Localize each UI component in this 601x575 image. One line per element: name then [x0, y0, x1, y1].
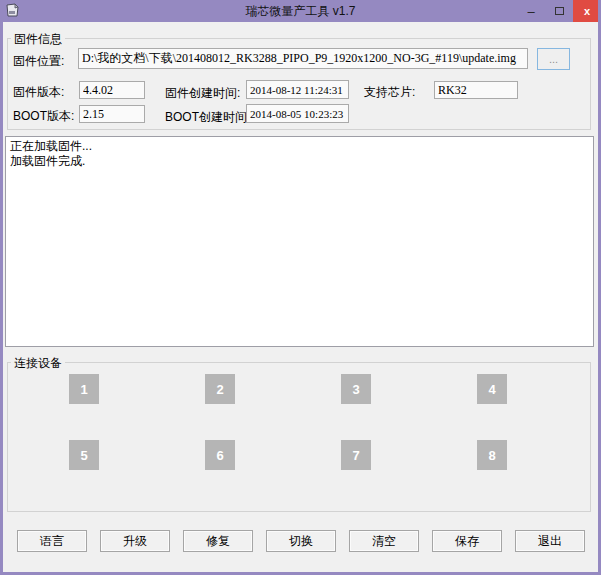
- device-slot-1: 1: [69, 374, 99, 404]
- exit-button[interactable]: 退出: [515, 530, 585, 552]
- device-slot-8: 8: [477, 440, 507, 470]
- device-slot-7: 7: [341, 440, 371, 470]
- maximize-icon: [555, 7, 564, 15]
- firmware-created-field[interactable]: [246, 80, 349, 99]
- switch-button[interactable]: 切换: [266, 530, 336, 552]
- log-line: 正在加载固件...: [10, 139, 589, 154]
- upgrade-button[interactable]: 升级: [100, 530, 170, 552]
- firmware-version-field[interactable]: [79, 81, 145, 99]
- firmware-version-label: 固件版本:: [13, 84, 64, 101]
- close-icon: x: [584, 5, 590, 17]
- clear-button[interactable]: 清空: [349, 530, 419, 552]
- app-window: 瑞芯微量产工具 v1.7 – x 固件信息 固件位置: ... 固件版本: 固件…: [0, 0, 601, 575]
- log-textarea[interactable]: 正在加载固件... 加载固件完成.: [5, 136, 594, 347]
- maximize-button[interactable]: [546, 0, 572, 22]
- repair-button[interactable]: 修复: [183, 530, 253, 552]
- boot-created-field[interactable]: [246, 104, 349, 123]
- firmware-created-label: 固件创建时间:: [165, 85, 240, 102]
- firmware-location-label: 固件位置:: [13, 53, 64, 70]
- chip-label: 支持芯片:: [364, 84, 415, 101]
- window-title: 瑞芯微量产工具 v1.7: [0, 0, 601, 22]
- language-button[interactable]: 语言: [17, 530, 87, 552]
- device-slot-3: 3: [341, 374, 371, 404]
- firmware-location-input[interactable]: [78, 48, 528, 69]
- minimize-icon: –: [527, 4, 534, 19]
- browse-button[interactable]: ...: [537, 48, 570, 70]
- boot-version-field[interactable]: [79, 105, 145, 123]
- device-slot-2: 2: [205, 374, 235, 404]
- log-line: 加载固件完成.: [10, 154, 589, 169]
- firmware-info-group-label: 固件信息: [11, 31, 65, 48]
- title-bar: 瑞芯微量产工具 v1.7 – x: [0, 0, 601, 22]
- minimize-button[interactable]: –: [518, 0, 544, 22]
- device-slot-5: 5: [69, 440, 99, 470]
- device-slot-4: 4: [477, 374, 507, 404]
- close-button[interactable]: x: [573, 0, 601, 22]
- chip-field[interactable]: [434, 81, 518, 99]
- device-slot-6: 6: [205, 440, 235, 470]
- connected-devices-group-label: 连接设备: [11, 355, 65, 372]
- boot-created-label: BOOT创建时间:: [165, 109, 250, 126]
- boot-version-label: BOOT版本:: [13, 108, 74, 125]
- save-button[interactable]: 保存: [432, 530, 502, 552]
